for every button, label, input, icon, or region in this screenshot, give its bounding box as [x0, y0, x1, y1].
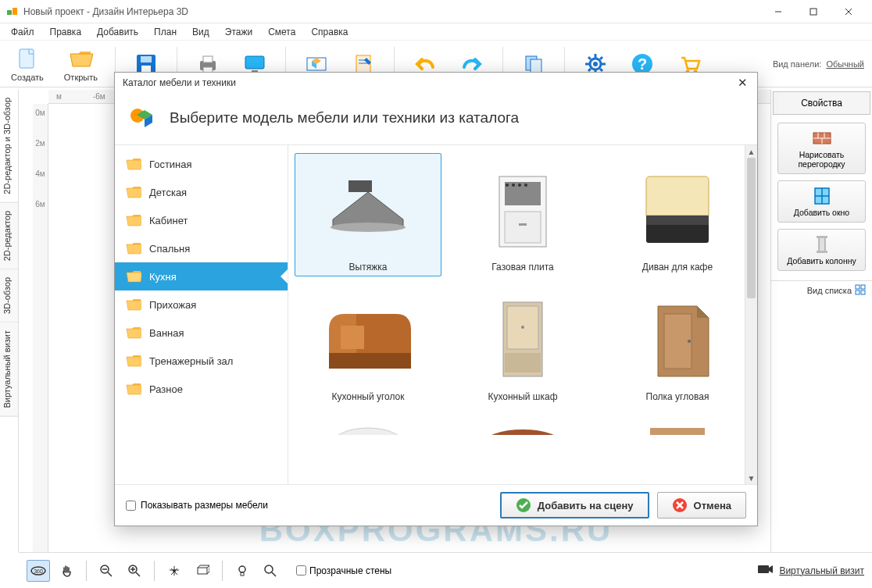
item-thumbnail: [464, 157, 581, 258]
category-item[interactable]: Кухня: [115, 262, 288, 290]
properties-tab[interactable]: Свойства: [773, 91, 870, 115]
svg-line-54: [108, 572, 112, 576]
menu-edit[interactable]: Правка: [44, 25, 88, 39]
catalog-item[interactable]: [604, 412, 751, 436]
catalog-item[interactable]: [449, 412, 596, 436]
rotate-360-button[interactable]: 360: [27, 560, 50, 582]
cancel-circle-icon: [672, 497, 688, 513]
folder-icon: [126, 382, 141, 396]
catalog-item[interactable]: Диван для кафе: [604, 153, 751, 276]
item-label: Газовая плита: [491, 262, 553, 273]
category-label: Детская: [149, 187, 187, 198]
window-title: Новый проект - Дизайн Интерьера 3D: [23, 6, 760, 17]
svg-rect-9: [141, 66, 151, 72]
transparent-walls-checkbox[interactable]: Прозрачные стены: [296, 565, 391, 576]
cancel-button[interactable]: Отмена: [657, 492, 746, 519]
svg-point-86: [688, 340, 691, 343]
open-button[interactable]: Открыть: [61, 45, 101, 84]
catalog-item[interactable]: Кухонный шкаф: [449, 283, 596, 406]
catalog-icon: [127, 102, 159, 134]
svg-rect-50: [861, 290, 865, 294]
svg-point-88: [484, 429, 562, 436]
category-item[interactable]: Гостиная: [115, 150, 288, 178]
minimize-button[interactable]: [760, 1, 795, 23]
light-button[interactable]: [231, 560, 254, 582]
add-window-button[interactable]: Добавить окно: [777, 180, 866, 223]
top-view-button[interactable]: [191, 560, 214, 582]
svg-rect-84: [505, 353, 541, 372]
zoom-in-button[interactable]: [123, 560, 146, 582]
svg-rect-75: [505, 212, 541, 243]
category-item[interactable]: Ванная: [115, 319, 288, 347]
svg-point-62: [239, 566, 245, 572]
dialog-titlebar: Каталог мебели и техники ✕: [115, 73, 757, 93]
menu-view[interactable]: Вид: [186, 25, 216, 39]
category-item[interactable]: Детская: [115, 178, 288, 206]
magnify-button[interactable]: [259, 560, 282, 582]
category-label: Гостиная: [149, 159, 192, 170]
panel-mode-link[interactable]: Обычный: [826, 59, 864, 69]
category-label: Тренажерный зал: [149, 355, 233, 367]
tab-3d[interactable]: 3D-обзор: [0, 269, 18, 323]
category-item[interactable]: Прихожая: [115, 290, 288, 319]
scrollbar[interactable]: ▲ ▼: [745, 145, 757, 484]
menu-file[interactable]: Файл: [5, 25, 41, 39]
menu-help[interactable]: Справка: [305, 25, 354, 39]
maximize-button[interactable]: [795, 1, 831, 23]
camera-icon: [757, 563, 774, 578]
menu-floors[interactable]: Этажи: [219, 25, 259, 39]
show-sizes-checkbox[interactable]: Показывать размеры мебели: [126, 500, 268, 511]
svg-rect-3: [810, 9, 817, 15]
tab-2d[interactable]: 2D-редактор: [0, 203, 18, 269]
svg-rect-11: [203, 56, 213, 62]
catalog-item[interactable]: Кухонный уголок: [295, 283, 441, 406]
category-label: Спальня: [149, 243, 190, 255]
front-view-button[interactable]: [163, 560, 186, 582]
scroll-thumb[interactable]: [747, 158, 756, 298]
scroll-down-icon[interactable]: ▼: [745, 472, 757, 484]
dialog-close-button[interactable]: ✕: [735, 76, 749, 90]
add-to-scene-button[interactable]: Добавить на сцену: [500, 492, 649, 519]
svg-point-74: [524, 184, 527, 187]
scroll-up-icon[interactable]: ▲: [745, 145, 757, 158]
tab-2d-3d[interactable]: 2D-редактор и 3D-обзор: [0, 90, 18, 203]
catalog-item[interactable]: Вытяжка: [295, 153, 441, 276]
category-item[interactable]: Разное: [115, 375, 288, 403]
tab-virtual[interactable]: Виртуальный визит: [0, 323, 18, 417]
category-label: Кабинет: [149, 215, 188, 226]
svg-rect-13: [245, 56, 264, 69]
folder-icon: [126, 185, 141, 199]
svg-text:?: ?: [638, 55, 647, 73]
folder-icon: [126, 241, 141, 255]
app-icon: [6, 5, 19, 18]
catalog-item[interactable]: Газовая плита: [449, 153, 596, 276]
zoom-out-button[interactable]: [95, 560, 118, 582]
list-view-icon[interactable]: [855, 284, 866, 297]
category-item[interactable]: Спальня: [115, 234, 288, 262]
catalog-item[interactable]: [295, 412, 441, 436]
menu-plan[interactable]: План: [148, 25, 183, 39]
virtual-visit-link[interactable]: Виртуальный визит: [779, 565, 864, 576]
item-label: Полка угловая: [646, 391, 709, 402]
catalog-item[interactable]: Полка угловая: [604, 283, 751, 406]
separator: [222, 561, 223, 581]
create-button[interactable]: Создать: [8, 45, 47, 84]
svg-point-71: [506, 184, 509, 187]
category-label: Кухня: [149, 271, 177, 283]
titlebar: Новый проект - Дизайн Интерьера 3D: [0, 0, 872, 23]
catalog-dialog: Каталог мебели и техники ✕ Выберите моде…: [114, 72, 758, 526]
category-item[interactable]: Тренажерный зал: [115, 347, 288, 375]
bottom-toolbar: 360 Прозрачные стены Виртуальный визит: [19, 552, 872, 588]
item-grid: ВытяжкаГазовая плитаДиван для кафеКухонн…: [288, 145, 757, 484]
svg-rect-49: [856, 290, 859, 294]
item-thumbnail: [309, 287, 427, 388]
svg-rect-78: [646, 216, 709, 225]
category-item[interactable]: Кабинет: [115, 206, 288, 234]
add-column-button[interactable]: Добавить колонну: [777, 229, 866, 271]
pan-button[interactable]: [55, 560, 78, 582]
draw-partition-button[interactable]: Нарисовать перегородку: [777, 123, 866, 174]
menu-estimate[interactable]: Смета: [262, 25, 302, 39]
close-button[interactable]: [831, 1, 866, 23]
menu-add[interactable]: Добавить: [91, 25, 145, 39]
new-file-icon: [15, 46, 40, 71]
